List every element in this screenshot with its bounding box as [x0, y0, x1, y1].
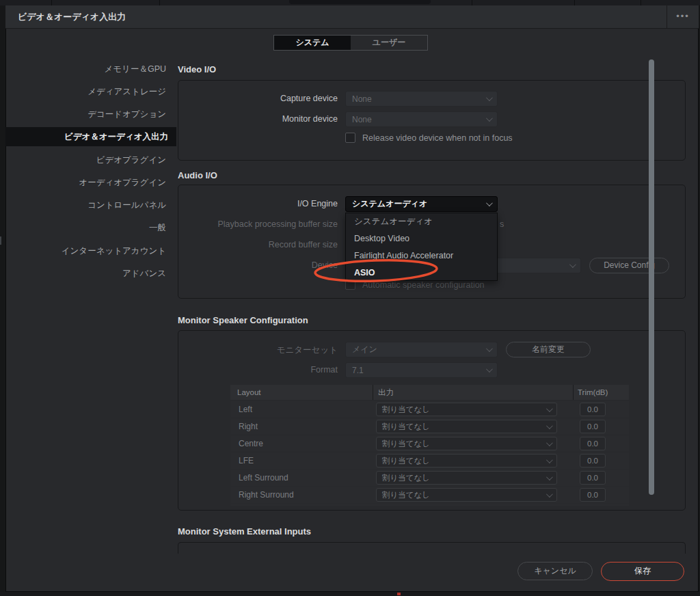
sidebar-item-control-panels[interactable]: コントロールパネル [5, 195, 174, 215]
save-button[interactable]: 保存 [601, 562, 684, 581]
menu-item-fairlight-audio-accelerator[interactable]: Fairlight Audio Accelerator [346, 247, 497, 265]
capture-device-label: Capture device [174, 94, 338, 103]
trim-field[interactable]: 0.0 [580, 454, 606, 468]
vertical-scrollbar[interactable] [649, 59, 654, 495]
background-app-top [0, 0, 700, 5]
chevron-down-icon [546, 405, 553, 412]
chevron-down-icon [486, 200, 493, 206]
table-row: Centre 割り当てなし 0.0 [230, 435, 629, 452]
io-engine-label: I/O Engine [174, 199, 338, 208]
background-playhead-marker [397, 593, 401, 595]
sidebar-item-advanced[interactable]: アドバンス [5, 264, 174, 283]
screen: ビデオ＆オーディオ入出力 ••• システム ユーザー メモリー＆GPU メディア… [0, 0, 700, 596]
tab-group: システム ユーザー [273, 35, 428, 51]
output-select[interactable]: 割り当てなし [376, 454, 557, 468]
tab-system[interactable]: システム [274, 36, 351, 50]
background-app-bottom [0, 592, 700, 596]
chevron-down-icon [486, 115, 493, 122]
menu-item-system-audio[interactable]: システムオーディオ [346, 213, 497, 230]
monitor-speaker-heading: Monitor Speaker Configuration [178, 315, 308, 325]
monitor-device-select[interactable]: None [345, 111, 498, 127]
monitor-set-select[interactable]: メイン [345, 342, 498, 357]
chevron-down-icon [546, 422, 553, 429]
chevron-down-icon [546, 474, 553, 480]
chevron-down-icon [486, 94, 493, 101]
chevron-down-icon [546, 491, 553, 498]
io-engine-dropdown-menu: システムオーディオ Desktop Video Fairlight Audio … [345, 213, 498, 281]
chevron-down-icon [546, 457, 553, 463]
output-select[interactable]: 割り当てなし [376, 471, 557, 485]
cancel-button[interactable]: キャンセル [517, 562, 593, 580]
video-io-heading: Video I/O [178, 64, 216, 74]
output-select[interactable]: 割り当てなし [376, 488, 557, 502]
dialog-title: ビデオ＆オーディオ入出力 [18, 5, 126, 29]
rename-button[interactable]: 名前変更 [506, 342, 591, 357]
table-row: Left Surround 割り当てなし 0.0 [230, 470, 629, 486]
trim-field[interactable]: 0.0 [580, 403, 606, 416]
dialog-titlebar: ビデオ＆オーディオ入出力 [5, 5, 699, 29]
chevron-down-icon [486, 366, 493, 372]
sidebar-item-general[interactable]: 一般 [5, 218, 174, 237]
table-row: Right Surround 割り当てなし 0.0 [230, 487, 629, 503]
chevron-down-icon [569, 261, 576, 268]
playback-buffer-label: Playback processing buffer size [174, 219, 338, 229]
sidebar-item-internet-accounts[interactable]: インターネットアカウント [5, 241, 174, 260]
external-inputs-heading: Monitor System External Inputs [178, 526, 311, 537]
sidebar-item-decode-options[interactable]: デコードオプション [5, 105, 174, 124]
device-label: Device [174, 260, 338, 270]
external-inputs-section [178, 542, 686, 554]
table-row: LFE 割り当てなし 0.0 [230, 452, 629, 469]
io-engine-select[interactable]: システムオーディオ [345, 196, 498, 212]
background-app-left [0, 236, 1, 245]
auto-speaker-label: Automatic speaker configuration [362, 280, 636, 290]
monitor-set-label: モニターセット [174, 344, 338, 356]
release-video-device-label: Release video device when not in focus [362, 133, 636, 143]
output-select[interactable]: 割り当てなし [376, 403, 557, 416]
col-output: 出力 [378, 385, 394, 400]
record-buffer-label: Record buffer size [174, 240, 338, 249]
capture-device-select[interactable]: None [345, 91, 498, 107]
speaker-table: Layout 出力 Trim(dB) Left 割り当てなし 0.0 Right… [230, 385, 629, 506]
output-select[interactable]: 割り当てなし [376, 420, 557, 433]
trim-field[interactable]: 0.0 [580, 420, 606, 433]
options-menu-icon[interactable]: ••• [667, 5, 699, 29]
sidebar-item-memory-gpu[interactable]: メモリー＆GPU [5, 59, 174, 79]
col-trim: Trim(dB) [578, 385, 608, 400]
trim-field[interactable]: 0.0 [580, 437, 606, 450]
trim-field[interactable]: 0.0 [580, 471, 606, 485]
playback-buffer-suffix: s [500, 219, 504, 229]
tab-user[interactable]: ユーザー [351, 36, 427, 50]
sidebar-item-video-audio-io[interactable]: ビデオ＆オーディオ入出力 [5, 127, 176, 146]
trim-field[interactable]: 0.0 [580, 488, 606, 502]
table-row-clipped [230, 504, 629, 506]
chevron-down-icon [486, 345, 493, 352]
col-layout: Layout [237, 385, 261, 400]
sidebar-item-audio-plugins[interactable]: オーディオプラグイン [5, 173, 174, 192]
output-select[interactable]: 割り当てなし [376, 437, 557, 450]
chevron-down-icon [546, 439, 553, 446]
format-select[interactable]: 7.1 [345, 362, 498, 378]
menu-item-asio[interactable]: ASIO [346, 265, 497, 282]
menu-item-desktop-video[interactable]: Desktop Video [346, 230, 497, 247]
monitor-device-label: Monitor device [174, 114, 338, 124]
format-label: Format [174, 365, 338, 375]
sidebar-item-media-storage[interactable]: メディアストレージ [5, 82, 174, 101]
table-row: Right 割り当てなし 0.0 [230, 418, 629, 435]
table-row: Left 割り当てなし 0.0 [230, 401, 629, 418]
sidebar-item-video-plugins[interactable]: ビデオプラグイン [5, 150, 174, 170]
release-video-device-checkbox[interactable] [345, 133, 355, 143]
speaker-table-header: Layout 出力 Trim(dB) [230, 385, 629, 400]
device-config-button[interactable]: Device Config [589, 258, 669, 273]
audio-io-heading: Audio I/O [178, 170, 217, 180]
